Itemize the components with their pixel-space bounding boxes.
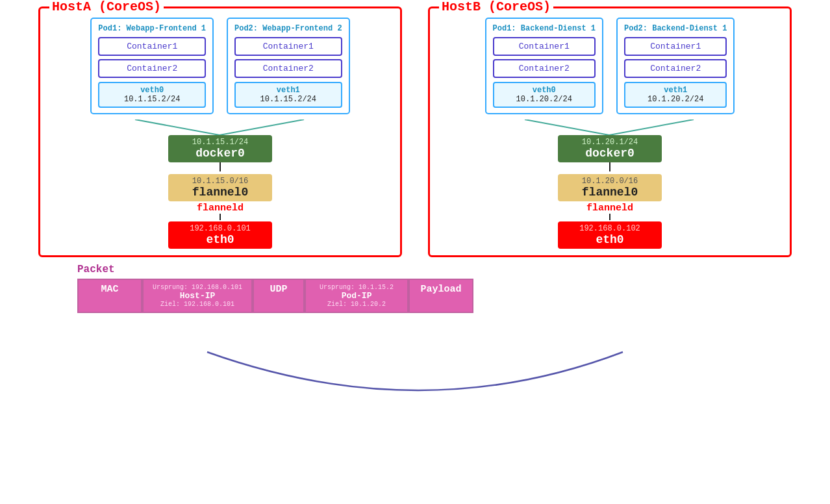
host-a-pod1-veth-ip: 10.1.15.2/24 xyxy=(106,95,198,104)
packet-cell-payload: Payload xyxy=(409,279,473,313)
host-b-box: HostB (CoreOS) Pod1: Backend-Dienst 1 Co… xyxy=(428,6,792,257)
host-a-docker0-flannel-line xyxy=(220,162,221,171)
host-a-pod1-veth-label: veth0 xyxy=(106,86,198,95)
host-a-docker0: 10.1.15.1/24 docker0 xyxy=(168,135,272,162)
packet-udp-label: UDP xyxy=(263,284,294,295)
host-b-eth0: 192.168.0.102 eth0 xyxy=(558,221,662,249)
host-a-flannel-eth-line xyxy=(220,214,221,220)
host-b-pod2-container2: Container2 xyxy=(624,59,727,78)
host-b-eth0-ip: 192.168.0.102 xyxy=(571,224,649,233)
packet-row: MAC Ursprung: 192.168.0.101 Host-IP Ziel… xyxy=(77,279,473,313)
host-b-eth0-label: eth0 xyxy=(571,233,649,246)
host-b-pod2-veth-label: veth1 xyxy=(632,86,719,95)
host-a-pod2: Pod2: Webapp-Frontend 2 Container1 Conta… xyxy=(227,18,350,114)
host-a-eth0-label: eth0 xyxy=(181,233,259,246)
packet-host-ip-sub1: Ursprung: 192.168.0.101 xyxy=(153,284,242,291)
host-a-pods-row: Pod1: Webapp-Frontend 1 Container1 Conta… xyxy=(90,18,349,114)
host-b-pod1-container1: Container1 xyxy=(493,37,596,56)
host-a-eth0: 192.168.0.101 eth0 xyxy=(168,221,272,249)
host-a-flannel0: 10.1.15.0/16 flannel0 xyxy=(168,174,272,201)
host-b-flanneld-label: flanneld xyxy=(586,203,633,214)
packet-cell-udp: UDP xyxy=(253,279,305,313)
packet-pod-ip-sub1: Ursprung: 10.1.15.2 xyxy=(315,284,398,291)
packet-label: Packet xyxy=(77,264,115,275)
packet-mac-label: MAC xyxy=(88,284,132,295)
host-a-pod1-veth: veth0 10.1.15.2/24 xyxy=(98,82,206,108)
host-a-inner: Pod1: Webapp-Frontend 1 Container1 Conta… xyxy=(51,18,390,249)
host-a-pod2-veth: veth1 10.1.15.2/24 xyxy=(234,82,342,108)
host-b-docker0-flannel-line xyxy=(609,162,610,171)
host-b-pod1-veth-label: veth0 xyxy=(501,86,588,95)
host-b-pod1-veth: veth0 10.1.20.2/24 xyxy=(493,82,596,108)
svg-line-2 xyxy=(525,120,609,135)
svg-line-0 xyxy=(135,120,220,135)
svg-line-3 xyxy=(609,120,694,135)
packet-pod-ip-main: Pod-IP xyxy=(315,291,398,301)
host-b-flannel0-label: flannel0 xyxy=(571,186,649,199)
host-b-veth-lines xyxy=(440,120,779,135)
host-a-pod1: Pod1: Webapp-Frontend 1 Container1 Conta… xyxy=(90,18,214,114)
host-a-pod1-title: Pod1: Webapp-Frontend 1 xyxy=(98,24,206,33)
host-a-docker0-label: docker0 xyxy=(181,147,259,160)
packet-host-ip-sub2: Ziel: 192.168.0.101 xyxy=(153,301,242,308)
host-b-docker0-label: docker0 xyxy=(571,147,649,160)
packet-cell-mac: MAC xyxy=(77,279,142,313)
main-container: HostA (CoreOS) Pod1: Webapp-Frontend 1 C… xyxy=(0,0,830,320)
svg-line-1 xyxy=(220,120,304,135)
packet-pod-ip-sub2: Ziel: 10.1.20.2 xyxy=(315,301,398,308)
packet-cell-pod-ip: Ursprung: 10.1.15.2 Pod-IP Ziel: 10.1.20… xyxy=(305,279,409,313)
host-b-flannel-eth-line xyxy=(609,214,610,220)
host-b-pod2: Pod2: Backend-Dienst 1 Container1 Contai… xyxy=(616,18,735,114)
host-a-pod1-container2: Container2 xyxy=(98,59,206,78)
host-a-flannel0-label: flannel0 xyxy=(181,186,259,199)
host-a-pod2-veth-label: veth1 xyxy=(242,86,334,95)
packet-host-ip-main: Host-IP xyxy=(153,291,242,301)
packet-cell-host-ip: Ursprung: 192.168.0.101 Host-IP Ziel: 19… xyxy=(142,279,253,313)
host-a-pod2-title: Pod2: Webapp-Frontend 2 xyxy=(234,24,342,33)
packet-payload-label: Payload xyxy=(419,284,463,295)
host-a-flanneld-label: flanneld xyxy=(197,203,244,214)
host-b-flannel0-ip: 10.1.20.0/16 xyxy=(571,177,649,186)
host-a-flannel0-ip: 10.1.15.0/16 xyxy=(181,177,259,186)
host-b-docker0: 10.1.20.1/24 docker0 xyxy=(558,135,662,162)
host-b-flannel0: 10.1.20.0/16 flannel0 xyxy=(558,174,662,201)
diagram-wrapper: HostA (CoreOS) Pod1: Webapp-Frontend 1 C… xyxy=(12,6,818,313)
host-b-pod1-title: Pod1: Backend-Dienst 1 xyxy=(493,24,596,33)
host-b-pod1: Pod1: Backend-Dienst 1 Container1 Contai… xyxy=(485,18,603,114)
host-b-pod2-container1: Container1 xyxy=(624,37,727,56)
host-a-pod2-container1: Container1 xyxy=(234,37,342,56)
host-b-inner: Pod1: Backend-Dienst 1 Container1 Contai… xyxy=(440,18,779,249)
host-a-title: HostA (CoreOS) xyxy=(49,0,164,14)
host-a-box: HostA (CoreOS) Pod1: Webapp-Frontend 1 C… xyxy=(38,6,402,257)
host-b-docker0-ip: 10.1.20.1/24 xyxy=(571,138,649,147)
host-b-pods-row: Pod1: Backend-Dienst 1 Container1 Contai… xyxy=(485,18,735,114)
host-b-pod2-title: Pod2: Backend-Dienst 1 xyxy=(624,24,727,33)
host-b-pod2-veth-ip: 10.1.20.2/24 xyxy=(632,95,719,104)
host-a-pod2-veth-ip: 10.1.15.2/24 xyxy=(242,95,334,104)
host-a-pod1-container1: Container1 xyxy=(98,37,206,56)
host-b-pod1-veth-ip: 10.1.20.2/24 xyxy=(501,95,588,104)
host-b-pod2-veth: veth1 10.1.20.2/24 xyxy=(624,82,727,108)
host-a-docker0-ip: 10.1.15.1/24 xyxy=(181,138,259,147)
host-a-veth-svg xyxy=(51,120,390,135)
host-a-pod2-container2: Container2 xyxy=(234,59,342,78)
packet-section: Packet MAC Ursprung: 192.168.0.101 Host-… xyxy=(12,264,818,313)
host-b-pod1-container2: Container2 xyxy=(493,59,596,78)
host-a-veth-lines xyxy=(51,120,390,135)
host-b-veth-svg xyxy=(440,120,779,135)
hosts-row: HostA (CoreOS) Pod1: Webapp-Frontend 1 C… xyxy=(12,6,818,257)
host-a-eth0-ip: 192.168.0.101 xyxy=(181,224,259,233)
host-b-title: HostB (CoreOS) xyxy=(439,0,553,14)
